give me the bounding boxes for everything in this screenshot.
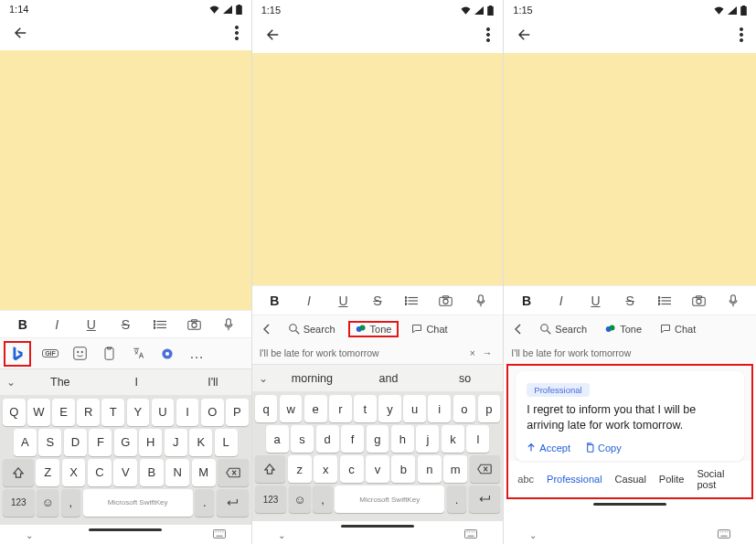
tone-tab-social[interactable]: Social post	[697, 468, 742, 490]
tone-tab-polite[interactable]: Polite	[659, 474, 685, 485]
list-button[interactable]	[399, 290, 424, 312]
key-emoji[interactable]: ☺	[289, 485, 311, 513]
tone-accept-button[interactable]: Accept	[527, 443, 570, 453]
strike-button[interactable]: S	[112, 314, 138, 336]
key-u[interactable]: U	[152, 399, 175, 426]
key-c[interactable]: c	[340, 455, 364, 483]
bing-icon[interactable]	[4, 341, 31, 367]
key-s[interactable]: s	[291, 425, 314, 453]
key-k[interactable]: k	[442, 425, 464, 453]
suggestion-collapse[interactable]: ⌄	[252, 372, 274, 385]
bing-clear[interactable]: ×	[466, 347, 479, 358]
key-g[interactable]: g	[367, 425, 389, 453]
bold-button[interactable]: B	[514, 290, 539, 312]
key-l[interactable]: L	[215, 429, 238, 456]
back-button[interactable]	[516, 27, 533, 47]
bing-input-text[interactable]: I'll be late for work tomorrow	[260, 347, 379, 358]
key-space[interactable]: Microsoft SwiftKey	[83, 489, 193, 517]
handle-bar[interactable]	[341, 525, 414, 528]
key-h[interactable]: h	[391, 425, 414, 453]
key-x[interactable]: X	[62, 459, 86, 486]
camera-button[interactable]	[181, 314, 207, 336]
key-s[interactable]: S	[38, 429, 61, 456]
key-e[interactable]: E	[52, 399, 75, 426]
location-button[interactable]	[154, 341, 181, 367]
key-z[interactable]: Z	[36, 459, 59, 486]
note-canvas[interactable]	[504, 53, 756, 285]
bold-button[interactable]: B	[10, 314, 36, 336]
clipboard-button[interactable]	[95, 341, 122, 367]
key-d[interactable]: D	[64, 429, 87, 456]
key-m[interactable]: m	[443, 455, 467, 483]
nav-kb-switch[interactable]	[464, 529, 477, 540]
key-emoji[interactable]: ☺	[37, 489, 59, 517]
bing-search-tab[interactable]: Search	[535, 322, 592, 336]
suggestion-collapse[interactable]: ⌄	[0, 376, 22, 389]
key-t[interactable]: t	[354, 395, 377, 422]
key-b[interactable]: b	[391, 455, 415, 483]
key-v[interactable]: v	[366, 455, 389, 483]
key-enter[interactable]	[469, 485, 501, 513]
bing-chat-tab[interactable]: Chat	[655, 322, 701, 336]
handle-bar[interactable]	[593, 503, 666, 506]
underline-button[interactable]: U	[330, 290, 356, 312]
nav-back-sys[interactable]: ⌄	[26, 530, 33, 540]
bold-button[interactable]: B	[261, 290, 287, 312]
key-period[interactable]: .	[195, 489, 214, 517]
key-e[interactable]: e	[304, 395, 327, 422]
nav-kb-switch[interactable]	[213, 529, 226, 540]
key-z[interactable]: z	[288, 455, 312, 483]
camera-button[interactable]	[433, 290, 459, 312]
key-q[interactable]: q	[255, 395, 278, 422]
list-button[interactable]	[652, 290, 677, 312]
tone-copy-button[interactable]: Copy	[585, 443, 622, 453]
underline-button[interactable]: U	[582, 290, 608, 312]
key-x[interactable]: x	[314, 455, 337, 483]
key-u[interactable]: u	[403, 395, 426, 422]
key-d[interactable]: d	[316, 425, 339, 453]
key-r[interactable]: R	[77, 399, 100, 426]
note-canvas[interactable]	[0, 50, 251, 310]
key-backspace[interactable]	[218, 459, 249, 486]
key-b[interactable]: B	[140, 459, 164, 486]
key-shift[interactable]	[3, 459, 34, 486]
more-button[interactable]: …	[183, 341, 210, 367]
nav-back-sys[interactable]: ⌄	[278, 530, 285, 540]
suggestion-1[interactable]: morning	[274, 372, 351, 385]
mic-button[interactable]	[468, 290, 494, 312]
bing-back[interactable]	[509, 316, 527, 342]
sticker-button[interactable]	[66, 341, 93, 367]
key-w[interactable]: W	[27, 399, 50, 426]
key-numbers[interactable]: 123	[3, 489, 35, 517]
bing-tone-tab[interactable]: Tone	[600, 322, 647, 336]
key-n[interactable]: n	[418, 455, 442, 483]
key-i[interactable]: I	[176, 399, 199, 426]
menu-button[interactable]	[235, 26, 239, 44]
menu-button[interactable]	[486, 27, 490, 46]
key-g[interactable]: G	[114, 429, 137, 456]
key-a[interactable]: A	[14, 429, 37, 456]
key-f[interactable]: f	[341, 425, 364, 453]
note-canvas[interactable]	[252, 53, 504, 285]
tone-tab-professional[interactable]: Professional	[547, 474, 602, 485]
key-o[interactable]: O	[201, 399, 224, 426]
key-space[interactable]: Microsoft SwiftKey	[335, 485, 444, 513]
key-y[interactable]: y	[378, 395, 401, 422]
italic-button[interactable]: I	[44, 314, 69, 336]
bing-submit[interactable]: →	[479, 347, 496, 358]
key-j[interactable]: j	[416, 425, 439, 453]
italic-button[interactable]: I	[296, 290, 322, 312]
suggestion-1[interactable]: The	[22, 376, 99, 389]
key-comma[interactable]: ,	[61, 489, 80, 517]
list-button[interactable]	[147, 314, 173, 336]
translate-button[interactable]	[124, 341, 152, 367]
key-t[interactable]: T	[101, 399, 124, 426]
key-w[interactable]: w	[280, 395, 303, 422]
strike-button[interactable]: S	[617, 290, 643, 312]
nav-back-sys[interactable]: ⌄	[529, 530, 537, 540]
key-q[interactable]: Q	[3, 399, 26, 426]
bing-input-text[interactable]: I'll be late for work tomorrow	[511, 347, 631, 358]
key-r[interactable]: r	[329, 395, 352, 422]
key-period[interactable]: .	[447, 485, 466, 513]
bing-search-tab[interactable]: Search	[283, 322, 341, 336]
